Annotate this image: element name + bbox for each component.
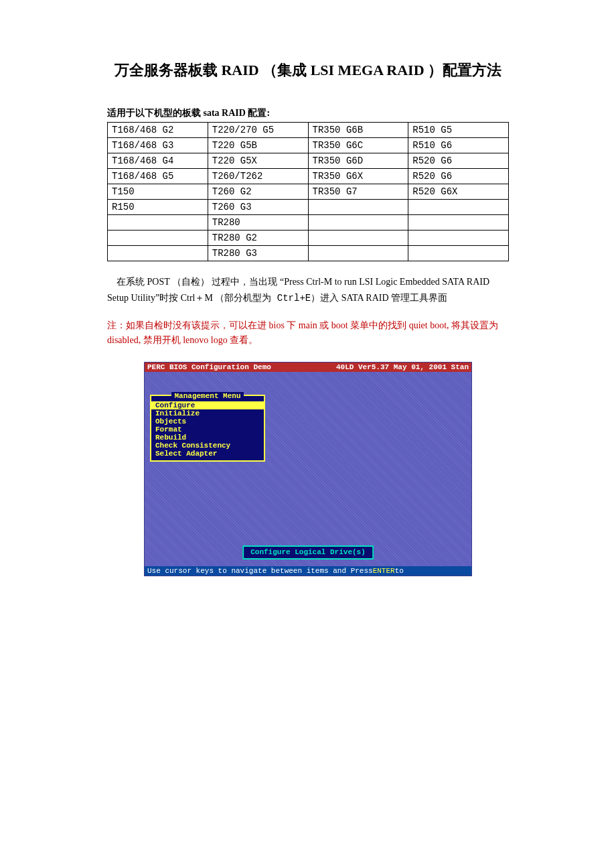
bios-menu-item[interactable]: Rebuild bbox=[151, 434, 264, 442]
table-cell bbox=[308, 215, 408, 231]
para1-text-b: Setup Utility”时按 Ctrl＋M bbox=[107, 293, 215, 303]
para1-text-d: 进入 SATA RAID 管理工具界面 bbox=[320, 293, 447, 303]
bios-screenshot-wrap: PERC BIOS Configuration Demo 40LD Ver5.3… bbox=[107, 362, 509, 576]
table-cell bbox=[308, 200, 408, 215]
table-cell bbox=[408, 215, 509, 231]
models-table: T168/468 G2T220/270 G5TR350 G6BR510 G5T1… bbox=[107, 122, 509, 261]
table-cell: TR280 G3 bbox=[208, 246, 308, 261]
table-cell: T150 bbox=[108, 184, 208, 200]
table-cell: T260/T262 bbox=[208, 169, 308, 184]
table-row: T168/468 G2T220/270 G5TR350 G6BR510 G5 bbox=[108, 123, 509, 138]
table-cell: T220 G5X bbox=[208, 153, 308, 169]
table-row: T168/468 G3T220 G5BTR350 G6CR510 G6 bbox=[108, 138, 509, 153]
table-cell: T220 G5B bbox=[208, 138, 308, 153]
paragraph-1b: Setup Utility”时按 Ctrl＋M （部分机型为 Ctrl+E）进入… bbox=[107, 291, 509, 306]
table-cell bbox=[108, 215, 208, 231]
note-text: 注：如果自检时没有该提示，可以在进 bios 下 main 或 boot 菜单中… bbox=[107, 320, 498, 345]
bios-menu-item[interactable]: Objects bbox=[151, 417, 264, 425]
table-cell: TR350 G7 bbox=[308, 184, 408, 200]
bios-menu-title: Management Menu bbox=[151, 392, 264, 400]
table-cell bbox=[408, 200, 509, 215]
table-cell: T168/468 G4 bbox=[108, 153, 208, 169]
table-cell: R520 G6 bbox=[408, 169, 509, 184]
table-cell bbox=[408, 246, 509, 261]
table-cell: T220/270 G5 bbox=[208, 123, 308, 138]
note-paragraph: 注：如果自检时没有该提示，可以在进 bios 下 main 或 boot 菜单中… bbox=[107, 318, 509, 348]
bios-screen: PERC BIOS Configuration Demo 40LD Ver5.3… bbox=[144, 362, 472, 576]
bios-bottom-b: ENTER bbox=[373, 567, 395, 575]
table-row: T168/468 G4T220 G5XTR350 G6DR520 G6 bbox=[108, 153, 509, 169]
table-row: TR280 G2 bbox=[108, 231, 509, 246]
table-row: T150T260 G2TR350 G7R520 G6X bbox=[108, 184, 509, 200]
table-cell: TR280 G2 bbox=[208, 231, 308, 246]
table-cell: TR350 G6D bbox=[308, 153, 408, 169]
bios-menu-item[interactable]: Format bbox=[151, 425, 264, 434]
table-cell: R520 G6 bbox=[408, 153, 509, 169]
bios-menu-item[interactable]: Select Adapter bbox=[151, 450, 264, 458]
table-cell bbox=[308, 246, 408, 261]
table-cell: T168/468 G2 bbox=[108, 123, 208, 138]
bios-title-right: 40LD Ver5.37 May 01, 2001 Stan bbox=[336, 363, 469, 371]
bios-menu-item[interactable]: Check Consistency bbox=[151, 442, 264, 450]
bios-bottom-a: Use cursor keys to navigate between item… bbox=[147, 567, 373, 575]
table-cell: TR350 G6C bbox=[308, 138, 408, 153]
table-cell bbox=[108, 231, 208, 246]
para1-text-c: （部分机型为 Ctrl+E） bbox=[215, 293, 320, 304]
table-cell: T168/468 G5 bbox=[108, 169, 208, 184]
bios-title-bar: PERC BIOS Configuration Demo 40LD Ver5.3… bbox=[145, 363, 471, 372]
paragraph-1: 在系统 POST （自检） 过程中，当出现 “Press Ctrl-M to r… bbox=[107, 275, 509, 289]
table-row: TR280 G3 bbox=[108, 246, 509, 261]
document-page: 万全服务器板载 RAID （集成 LSI MEGA RAID ）配置方法 适用于… bbox=[0, 0, 616, 710]
table-cell: R150 bbox=[108, 200, 208, 215]
table-row: R150T260 G3 bbox=[108, 200, 509, 215]
bios-menu-item[interactable]: Configure bbox=[151, 401, 264, 409]
bios-tooltip: Configure Logical Drive(s) bbox=[242, 545, 374, 559]
table-row: TR280 bbox=[108, 215, 509, 231]
table-cell: T260 G2 bbox=[208, 184, 308, 200]
table-cell bbox=[308, 231, 408, 246]
table-cell: TR350 G6X bbox=[308, 169, 408, 184]
table-cell: T260 G3 bbox=[208, 200, 308, 215]
table-cell: R510 G5 bbox=[408, 123, 509, 138]
table-cell: T168/468 G3 bbox=[108, 138, 208, 153]
table-cell bbox=[108, 246, 208, 261]
bios-status-bar: Use cursor keys to navigate between item… bbox=[145, 566, 471, 576]
para1-text-a: 在系统 POST （自检） 过程中，当出现 “Press Ctrl-M to r… bbox=[117, 277, 489, 287]
table-row: T168/468 G5T260/T262TR350 G6XR520 G6 bbox=[108, 169, 509, 184]
bios-menu-item[interactable]: Initialize bbox=[151, 409, 264, 417]
table-cell: R520 G6X bbox=[408, 184, 509, 200]
subtitle: 适用于以下机型的板载 sata RAID 配置: bbox=[107, 107, 509, 119]
page-title: 万全服务器板载 RAID （集成 LSI MEGA RAID ）配置方法 bbox=[107, 60, 509, 80]
bios-management-menu: Management Menu ConfigureInitializeObjec… bbox=[150, 395, 265, 462]
table-cell: TR280 bbox=[208, 215, 308, 231]
bios-bottom-c: to bbox=[395, 567, 404, 575]
table-cell: TR350 G6B bbox=[308, 123, 408, 138]
table-cell bbox=[408, 231, 509, 246]
bios-title-left: PERC BIOS Configuration Demo bbox=[147, 363, 271, 371]
table-cell: R510 G6 bbox=[408, 138, 509, 153]
